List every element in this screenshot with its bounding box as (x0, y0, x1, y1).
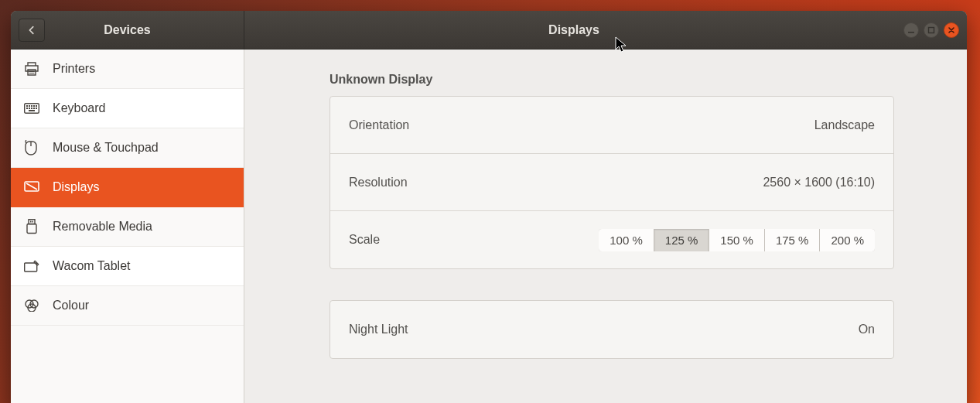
sidebar-item-label: Printers (53, 62, 95, 76)
svg-rect-15 (29, 110, 35, 111)
header-left: Devices (11, 11, 244, 50)
sidebar-item-keyboard[interactable]: Keyboard (11, 89, 244, 128)
usb-icon (23, 219, 40, 234)
sidebar-item-mouse[interactable]: Mouse & Touchpad (11, 128, 244, 168)
svg-rect-0 (908, 32, 914, 33)
window-controls (903, 22, 967, 38)
resolution-value: 2560 × 1600 (16:10) (763, 176, 875, 190)
svg-rect-11 (29, 108, 30, 109)
svg-rect-21 (27, 224, 36, 234)
maximize-icon (927, 26, 935, 34)
scale-segmented: 100 % 125 % 150 % 175 % 200 % (599, 229, 875, 251)
svg-rect-2 (29, 71, 35, 72)
sidebar-item-label: Removable Media (53, 220, 152, 234)
scale-option-175[interactable]: 175 % (765, 229, 821, 251)
mouse-icon (23, 140, 40, 155)
minimize-button[interactable] (903, 22, 919, 38)
svg-rect-5 (26, 105, 28, 107)
minimize-icon (907, 26, 915, 34)
svg-rect-1 (929, 27, 934, 32)
svg-rect-6 (29, 105, 30, 107)
sidebar-item-printers[interactable]: Printers (11, 50, 244, 89)
header-right-title: Displays (244, 23, 903, 37)
svg-rect-22 (25, 263, 37, 272)
keyboard-icon (23, 103, 40, 114)
scale-option-200[interactable]: 200 % (820, 229, 875, 251)
svg-rect-9 (36, 105, 37, 107)
sidebar-item-wacom[interactable]: Wacom Tablet (11, 247, 244, 286)
header-right: Displays (244, 11, 967, 50)
resolution-row[interactable]: Resolution 2560 × 1600 (16:10) (330, 154, 893, 211)
sidebar-item-label: Wacom Tablet (53, 259, 130, 273)
sidebar-item-label: Mouse & Touchpad (53, 141, 159, 155)
settings-window: Devices Displays (11, 11, 967, 403)
display-name-heading: Unknown Display (330, 73, 894, 87)
night-light-row[interactable]: Night Light On (330, 301, 893, 358)
sidebar-item-label: Keyboard (53, 101, 106, 115)
orientation-label: Orientation (349, 118, 409, 132)
close-button[interactable] (944, 22, 959, 38)
display-settings-panel: Orientation Landscape Resolution 2560 × … (330, 96, 894, 269)
resolution-label: Resolution (349, 176, 408, 190)
sidebar-item-label: Displays (53, 180, 99, 194)
sidebar-item-displays[interactable]: Displays (11, 168, 244, 207)
scale-row: Scale 100 % 125 % 150 % 175 % 200 % (330, 211, 893, 268)
night-light-value: On (859, 323, 875, 336)
svg-rect-12 (31, 108, 32, 109)
headerbar: Devices Displays (11, 11, 967, 50)
night-light-panel: Night Light On (330, 300, 894, 359)
scale-label: Scale (349, 233, 380, 247)
orientation-value: Landscape (814, 118, 875, 132)
close-icon (948, 26, 955, 34)
scale-option-150[interactable]: 150 % (709, 229, 765, 251)
svg-rect-8 (33, 105, 35, 107)
sidebar: Printers Keyboard Mouse & Touchpad Displ… (11, 50, 244, 403)
colour-icon (23, 299, 40, 312)
svg-rect-13 (33, 108, 35, 109)
svg-rect-3 (29, 73, 35, 73)
sidebar-item-colour[interactable]: Colour (11, 286, 244, 326)
scale-option-125[interactable]: 125 % (654, 229, 710, 251)
header-left-title: Devices (11, 23, 244, 37)
svg-rect-7 (31, 105, 32, 107)
main-content: Unknown Display Orientation Landscape Re… (244, 50, 967, 403)
maximize-button[interactable] (924, 22, 939, 38)
sidebar-item-removable[interactable]: Removable Media (11, 207, 244, 247)
orientation-row[interactable]: Orientation Landscape (330, 97, 893, 154)
sidebar-item-label: Colour (53, 299, 89, 312)
window-body: Printers Keyboard Mouse & Touchpad Displ… (11, 50, 967, 403)
svg-rect-10 (26, 108, 28, 109)
displays-icon (23, 181, 40, 193)
svg-rect-20 (32, 221, 34, 223)
night-light-label: Night Light (349, 323, 408, 336)
printer-icon (23, 62, 40, 76)
svg-rect-14 (36, 108, 37, 109)
svg-rect-19 (30, 221, 32, 223)
scale-option-100[interactable]: 100 % (599, 229, 654, 251)
tablet-icon (23, 260, 40, 272)
